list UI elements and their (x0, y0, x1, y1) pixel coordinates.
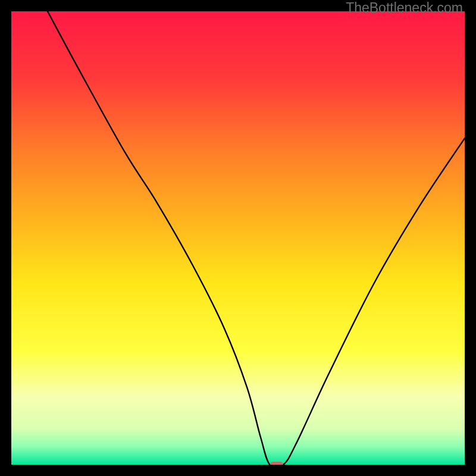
watermark-text: TheBottleneck.com (346, 0, 463, 16)
bottleneck-chart (11, 11, 465, 465)
chart-frame (11, 11, 465, 465)
gradient-background (11, 11, 465, 465)
optimal-marker (270, 462, 283, 465)
